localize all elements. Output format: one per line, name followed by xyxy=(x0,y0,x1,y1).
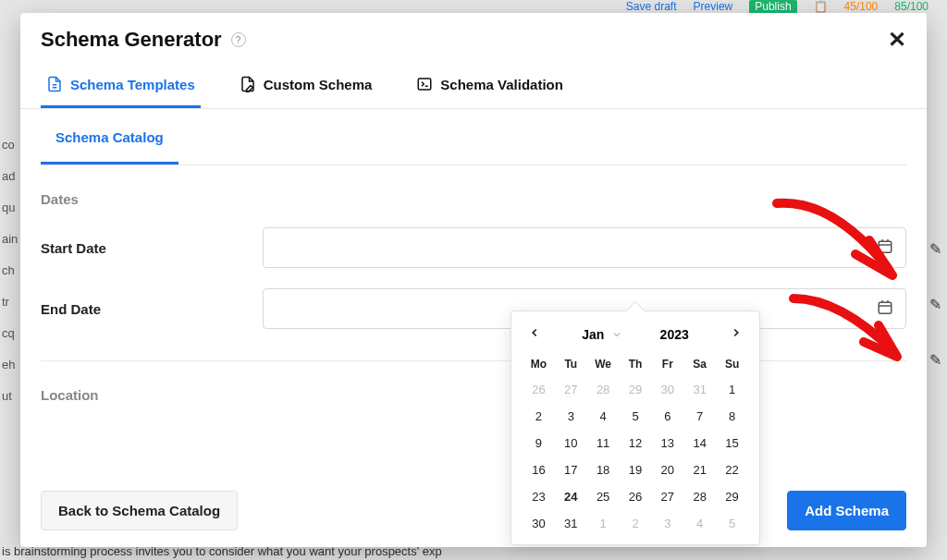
bg-side-text: cq xyxy=(2,318,18,349)
svg-rect-8 xyxy=(879,302,892,313)
datepicker-next-button[interactable] xyxy=(726,324,746,345)
calendar-icon xyxy=(877,238,893,255)
datepicker-day[interactable]: 20 xyxy=(651,457,683,483)
chevron-down-icon xyxy=(611,329,622,340)
datepicker-day[interactable]: 4 xyxy=(587,403,620,430)
add-schema-button[interactable]: Add Schema xyxy=(787,491,906,530)
datepicker-day[interactable]: 1 xyxy=(587,510,620,537)
bg-side-text: ad xyxy=(2,161,18,192)
subtab-schema-catalog[interactable]: Schema Catalog xyxy=(41,109,178,164)
datepicker-month-select[interactable]: Jan xyxy=(582,327,622,342)
datepicker-prev-button[interactable] xyxy=(524,324,545,345)
datepicker-day[interactable]: 30 xyxy=(523,510,555,537)
datepicker-day[interactable]: 18 xyxy=(587,457,620,483)
pencil-icon: ✎ xyxy=(929,277,941,333)
tab-schema-validation[interactable]: Schema Validation xyxy=(411,63,569,108)
datepicker-day[interactable]: 14 xyxy=(683,430,716,457)
datepicker-day[interactable]: 28 xyxy=(683,483,716,510)
section-divider xyxy=(41,360,906,361)
chevron-right-icon xyxy=(730,326,743,339)
pencil-icon: ✎ xyxy=(929,333,941,388)
tab-label: Custom Schema xyxy=(264,77,373,92)
datepicker-day[interactable]: 12 xyxy=(620,430,652,457)
datepicker-day[interactable]: 23 xyxy=(523,483,555,510)
datepicker-popup: Jan 2023 MoTuWeThFrSaSu26272829303112345… xyxy=(510,310,760,545)
bg-side-text: qu xyxy=(2,192,18,224)
datepicker-year: 2023 xyxy=(660,327,689,342)
document-edit-icon xyxy=(240,76,256,92)
datepicker-day[interactable]: 10 xyxy=(555,430,587,457)
datepicker-day[interactable]: 6 xyxy=(651,403,683,430)
chevron-left-icon xyxy=(528,326,541,339)
datepicker-day[interactable]: 2 xyxy=(620,510,652,537)
datepicker-day[interactable]: 16 xyxy=(523,457,555,483)
datepicker-day[interactable]: 27 xyxy=(555,376,587,403)
datepicker-dow: We xyxy=(587,352,620,376)
datepicker-day[interactable]: 31 xyxy=(683,376,716,403)
datepicker-day[interactable]: 19 xyxy=(620,457,652,483)
tab-label: Schema Templates xyxy=(70,77,195,92)
datepicker-day[interactable]: 3 xyxy=(555,403,587,430)
datepicker-day[interactable]: 29 xyxy=(620,376,652,403)
bg-side-text: tr xyxy=(2,286,18,318)
datepicker-day[interactable]: 25 xyxy=(587,483,620,510)
datepicker-day[interactable]: 28 xyxy=(587,376,620,403)
datepicker-month: Jan xyxy=(582,327,604,342)
start-date-label: Start Date xyxy=(41,240,263,256)
datepicker-day[interactable]: 26 xyxy=(523,376,555,403)
end-date-calendar-button[interactable] xyxy=(873,296,897,323)
datepicker-day[interactable]: 26 xyxy=(620,483,652,510)
document-icon xyxy=(46,76,63,92)
datepicker-dow: Su xyxy=(716,352,748,376)
datepicker-day[interactable]: 5 xyxy=(716,510,748,537)
datepicker-day[interactable]: 8 xyxy=(716,403,748,430)
datepicker-day[interactable]: 2 xyxy=(523,403,555,430)
datepicker-day[interactable]: 22 xyxy=(716,457,748,483)
bg-side-text: ch xyxy=(2,255,18,286)
datepicker-day[interactable]: 3 xyxy=(651,510,683,537)
datepicker-day[interactable]: 24 xyxy=(555,483,587,510)
datepicker-day[interactable]: 31 xyxy=(555,510,587,537)
start-date-input[interactable] xyxy=(263,227,906,268)
bg-side-text: co xyxy=(2,129,18,161)
bg-side-text: ain xyxy=(2,224,18,255)
datepicker-day[interactable]: 7 xyxy=(683,403,716,430)
pencil-icon: ✎ xyxy=(929,222,941,277)
close-button[interactable]: ✕ xyxy=(888,29,906,51)
svg-rect-4 xyxy=(879,241,892,252)
modal-title: Schema Generator xyxy=(41,28,222,52)
datepicker-dow: Sa xyxy=(683,352,716,376)
datepicker-day[interactable]: 5 xyxy=(620,403,652,430)
tab-label: Schema Validation xyxy=(440,77,563,92)
datepicker-day[interactable]: 21 xyxy=(683,457,716,483)
back-to-catalog-button[interactable]: Back to Schema Catalog xyxy=(41,491,238,530)
terminal-icon xyxy=(416,76,433,92)
calendar-icon xyxy=(877,299,893,316)
datepicker-day[interactable]: 4 xyxy=(683,510,716,537)
bg-side-text: ut xyxy=(2,381,18,412)
primary-tabs: Schema Templates Custom Schema Schema Va… xyxy=(20,63,927,109)
tab-schema-templates[interactable]: Schema Templates xyxy=(41,63,201,108)
datepicker-day[interactable]: 29 xyxy=(716,483,748,510)
help-icon[interactable]: ? xyxy=(231,32,246,47)
datepicker-dow: Tu xyxy=(555,352,587,376)
datepicker-day[interactable]: 9 xyxy=(523,430,555,457)
datepicker-dow: Mo xyxy=(523,352,555,376)
datepicker-dow: Th xyxy=(620,352,652,376)
datepicker-day[interactable]: 1 xyxy=(716,376,748,403)
datepicker-day[interactable]: 13 xyxy=(651,430,683,457)
start-date-calendar-button[interactable] xyxy=(873,235,897,262)
section-dates-label: Dates xyxy=(41,191,906,207)
section-location-label: Location xyxy=(41,387,906,403)
bg-side-text: eh xyxy=(2,349,18,381)
datepicker-day[interactable]: 15 xyxy=(716,430,748,457)
datepicker-day[interactable]: 11 xyxy=(587,430,620,457)
end-date-label: End Date xyxy=(41,301,263,317)
datepicker-day[interactable]: 27 xyxy=(651,483,683,510)
datepicker-dow: Fr xyxy=(651,352,683,376)
datepicker-day[interactable]: 17 xyxy=(555,457,587,483)
datepicker-day[interactable]: 30 xyxy=(651,376,683,403)
schema-generator-modal: Schema Generator ? ✕ Schema Templates Cu… xyxy=(20,13,927,547)
tab-custom-schema[interactable]: Custom Schema xyxy=(234,63,378,108)
